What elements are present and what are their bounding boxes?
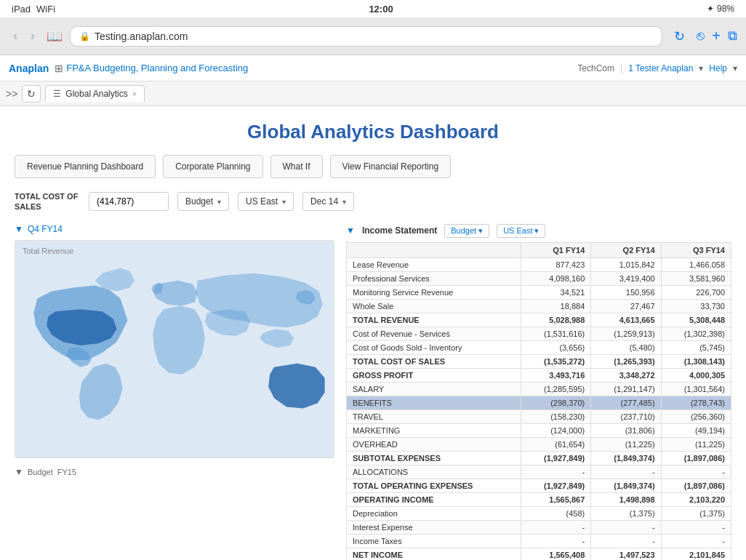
row-label-cell: Cost of Revenue - Services: [347, 327, 521, 340]
nav-buttons: Revenue Planning Dashboard Corporate Pla…: [15, 155, 731, 178]
tab-close-button[interactable]: ×: [132, 89, 137, 98]
forward-button[interactable]: ›: [26, 27, 39, 45]
row-q2-cell: -: [591, 465, 661, 479]
row-label-cell: Monitoring Service Revenue: [347, 285, 521, 299]
table-row: Monitoring Service Revenue34,521150,9562…: [347, 285, 731, 299]
row-q1-cell: -: [521, 534, 590, 548]
row-q2-cell: 1,498,898: [591, 492, 661, 506]
bookmarks-button[interactable]: 📖: [47, 28, 63, 44]
view-financial-reporting-button[interactable]: View Financial Reporting: [330, 155, 452, 178]
date-dropdown[interactable]: Dec 14 ▾: [302, 192, 354, 211]
table-row: TRAVEL(158,230)(237,710)(256,360): [347, 409, 731, 423]
user-link[interactable]: 1 Tester Anaplan: [628, 63, 693, 73]
row-q1-cell: 1,565,408: [521, 548, 590, 560]
row-label-cell: TOTAL COST OF SALES: [347, 354, 521, 368]
help-dropdown-icon[interactable]: ▾: [733, 63, 737, 73]
income-budget-filter[interactable]: Budget ▾: [444, 224, 489, 238]
row-q1-cell: (61,654): [521, 437, 590, 451]
map-collapse-button[interactable]: ▼: [15, 224, 23, 234]
back-button[interactable]: ‹: [9, 27, 22, 45]
budget-footer-label: Budget: [28, 468, 53, 476]
corporate-planning-button[interactable]: Corporate Planning: [163, 155, 262, 178]
income-region-filter[interactable]: US East ▾: [497, 224, 545, 238]
app-bar-right: TechCom | 1 Tester Anaplan ▾ Help ▾: [577, 63, 737, 73]
row-q1-cell: (158,230): [521, 409, 590, 423]
row-q1-cell: (124,000): [521, 423, 590, 437]
tab-expand-button[interactable]: >>: [6, 88, 17, 100]
row-label-cell: Professional Services: [347, 271, 521, 285]
row-q1-cell: (1,531,616): [521, 327, 590, 340]
wifi-icon: WiFi: [36, 4, 55, 15]
map-container: Total Revenue: [15, 240, 334, 458]
what-if-button[interactable]: What If: [270, 155, 323, 178]
row-q2-cell: (277,485): [591, 396, 661, 409]
income-header: ▼ Income Statement Budget ▾ US East ▾: [346, 224, 731, 238]
row-q3-cell: (1,375): [661, 506, 731, 520]
row-q2-cell: (1,291,147): [591, 382, 661, 396]
map-quarter-badge: Q4 FY14: [28, 224, 63, 234]
row-q3-cell: (278,743): [661, 396, 731, 409]
income-collapse-button[interactable]: ▼: [346, 225, 355, 236]
region-dropdown-arrow: ▾: [282, 198, 286, 206]
global-analytics-tab[interactable]: ☰ Global Analytics ×: [45, 85, 145, 102]
status-bar-right: ✦ 98%: [707, 4, 734, 14]
tab-refresh-button[interactable]: ↻: [22, 85, 41, 103]
help-link[interactable]: Help: [709, 63, 727, 73]
url-text: Testing.anaplan.com: [95, 31, 188, 42]
row-label-cell: Whole Sale: [347, 299, 521, 313]
row-q3-cell: (256,360): [661, 409, 731, 423]
budget-dropdown[interactable]: Budget ▾: [177, 192, 229, 211]
income-budget-arrow: ▾: [478, 226, 483, 236]
status-bar-left: iPad WiFi: [12, 4, 55, 15]
windows-button[interactable]: ⧉: [728, 28, 737, 44]
col-label-header: [347, 242, 521, 257]
row-q1-cell: 4,098,160: [521, 271, 590, 285]
anaplan-logo: Anaplan: [9, 63, 49, 74]
row-label-cell: Interest Expense: [347, 520, 521, 534]
new-tab-button[interactable]: +: [712, 28, 721, 44]
revenue-planning-button[interactable]: Revenue Planning Dashboard: [15, 155, 156, 178]
tab-menu-icon: ☰: [53, 89, 61, 99]
row-label-cell: Cost of Goods Sold - Inventory: [347, 340, 521, 354]
browser-actions[interactable]: ⎋ + ⧉: [697, 28, 737, 44]
browser-nav[interactable]: ‹ ›: [9, 27, 39, 45]
row-q2-cell: (31,806): [591, 423, 661, 437]
row-q3-cell: 3,581,960: [661, 271, 731, 285]
two-col-layout: ▼ Q4 FY14 Total Revenue: [15, 224, 731, 560]
row-q2-cell: (1,849,374): [591, 479, 661, 492]
user-dropdown-icon[interactable]: ▾: [699, 63, 703, 73]
row-q2-cell: 150,956: [591, 285, 661, 299]
table-row: SALARY(1,285,595)(1,291,147)(1,301,564): [347, 382, 731, 396]
table-row: Cost of Revenue - Services(1,531,616)(1,…: [347, 327, 731, 340]
row-q1-cell: (3,656): [521, 340, 590, 354]
table-row: OVERHEAD(61,654)(11,225)(11,225): [347, 437, 731, 451]
browser-bar: ‹ › 📖 🔒 Testing.anaplan.com ↻ ⎋ + ⧉: [0, 17, 746, 55]
row-q2-cell: (11,225): [591, 437, 661, 451]
tenant-name: TechCom: [577, 63, 614, 73]
row-label-cell: MARKETING: [347, 423, 521, 437]
row-q2-cell: 27,467: [591, 299, 661, 313]
left-column: ▼ Q4 FY14 Total Revenue: [15, 224, 334, 560]
row-q1-cell: 34,521: [521, 285, 590, 299]
row-q3-cell: (1,897,086): [661, 479, 731, 492]
row-q1-cell: (1,285,595): [521, 382, 590, 396]
row-label-cell: TOTAL OPERATING EXPENSES: [347, 479, 521, 492]
region-dropdown[interactable]: US East ▾: [238, 192, 294, 211]
total-cost-input[interactable]: [89, 192, 169, 211]
row-q3-cell: (49,194): [661, 423, 731, 437]
separator: |: [620, 63, 622, 73]
row-q2-cell: (1,265,393): [591, 354, 661, 368]
table-row: TOTAL OPERATING EXPENSES(1,927,849)(1,84…: [347, 479, 731, 492]
world-map-svg: [15, 241, 334, 457]
row-q3-cell: 226,700: [661, 285, 731, 299]
budget-collapse-arrow[interactable]: ▼: [15, 467, 23, 477]
date-dropdown-arrow: ▾: [342, 198, 346, 206]
url-bar[interactable]: 🔒 Testing.anaplan.com: [70, 26, 662, 47]
page-title: Global Analytics Dashboard: [15, 106, 731, 155]
reload-button[interactable]: ↻: [670, 27, 689, 46]
right-column: ▼ Income Statement Budget ▾ US East ▾ Q1…: [346, 224, 731, 560]
row-q3-cell: 5,308,448: [661, 313, 731, 327]
row-q1-cell: -: [521, 520, 590, 534]
share-button[interactable]: ⎋: [697, 28, 705, 44]
main-content: Global Analytics Dashboard Revenue Plann…: [0, 106, 746, 560]
